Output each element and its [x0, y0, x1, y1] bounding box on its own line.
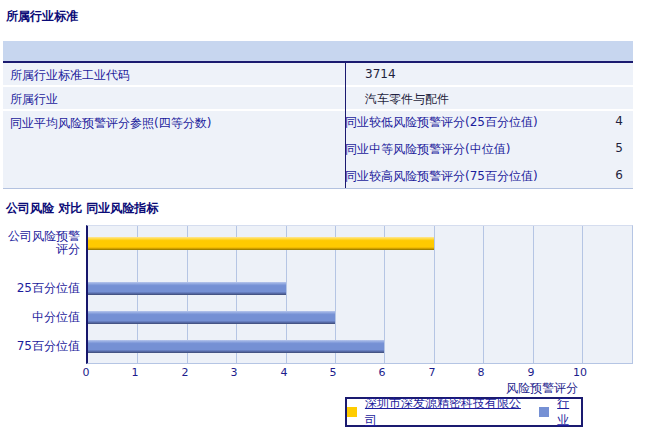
section-title-industry-standard: 所属行业标准	[6, 8, 78, 25]
x-tick-label: 7	[417, 366, 447, 379]
row-label: 所属行业标准工业代码	[3, 63, 345, 85]
table-bottom-border	[3, 188, 633, 189]
row-label: 所属行业	[3, 87, 345, 109]
subrow-value: 6	[593, 165, 633, 182]
x-tick-label: 10	[565, 366, 595, 379]
x-tick-label: 2	[170, 366, 200, 379]
section-title-risk-compare: 公司风险 对比 同业风险指标	[6, 200, 158, 217]
gridline	[533, 226, 534, 363]
y-axis-label: 75百分位值	[0, 332, 80, 360]
legend-label-industry[interactable]: 行业	[557, 395, 581, 429]
y-axis-label: 公司风险预警评分	[0, 229, 80, 257]
table-subrow: 同业较低风险预警评分(25百分位值)4	[345, 111, 633, 138]
bar-industry	[88, 282, 286, 295]
gridline	[483, 226, 484, 363]
risk-report-panel: 所属行业标准 所属行业标准工业代码3714所属行业汽车零件与配件同业平均风险预警…	[0, 0, 647, 439]
table-column-divider	[345, 63, 346, 188]
x-tick-label: 4	[269, 366, 299, 379]
row-label: 同业平均风险预警评分参照(四等分数)	[3, 111, 345, 189]
bar-industry	[88, 311, 335, 324]
row-value: 同业较低风险预警评分(25百分位值)4同业中等风险预警评分(中位值)5同业较高风…	[345, 111, 633, 189]
bar-industry	[88, 340, 384, 353]
x-tick-label: 0	[71, 366, 101, 379]
legend-swatch-industry	[539, 407, 549, 417]
x-tick-label: 1	[120, 366, 150, 379]
table-row: 所属行业标准工业代码3714	[3, 63, 633, 85]
row-value: 3714	[345, 63, 633, 85]
plot-area	[86, 225, 633, 364]
x-tick-label: 8	[466, 366, 496, 379]
table-header-band	[3, 41, 633, 61]
bar-company	[88, 237, 434, 250]
risk-bar-chart: 公司风险预警评分25百分位值中分位值75百分位值 012345678910 风险…	[0, 225, 647, 439]
x-tick-label: 9	[516, 366, 546, 379]
gridline	[434, 226, 435, 363]
x-tick-label: 5	[318, 366, 348, 379]
gridline	[582, 226, 583, 363]
chart-legend: 深圳市深发源精密科技有限公司行业	[345, 397, 583, 427]
table-subrow: 同业中等风险预警评分(中位值)5	[345, 138, 633, 165]
x-tick-label: 3	[219, 366, 249, 379]
subrow-label: 同业较低风险预警评分(25百分位值)	[345, 111, 593, 131]
y-axis-label: 25百分位值	[0, 274, 80, 302]
legend-label-company[interactable]: 深圳市深发源精密科技有限公司	[365, 395, 531, 429]
subrow-value: 4	[593, 111, 633, 128]
subrow-label: 同业中等风险预警评分(中位值)	[345, 138, 593, 158]
industry-standard-table: 所属行业标准工业代码3714所属行业汽车零件与配件同业平均风险预警评分参照(四等…	[3, 63, 633, 191]
subrow-value: 5	[593, 138, 633, 155]
table-row: 所属行业汽车零件与配件	[3, 87, 633, 109]
table-row: 同业平均风险预警评分参照(四等分数)同业较低风险预警评分(25百分位值)4同业中…	[3, 111, 633, 189]
x-tick-label: 6	[367, 366, 397, 379]
y-axis-label: 中分位值	[0, 303, 80, 331]
row-value: 汽车零件与配件	[345, 87, 633, 109]
subrow-label: 同业较高风险预警评分(75百分位值)	[345, 165, 593, 185]
legend-swatch-company	[347, 407, 357, 417]
